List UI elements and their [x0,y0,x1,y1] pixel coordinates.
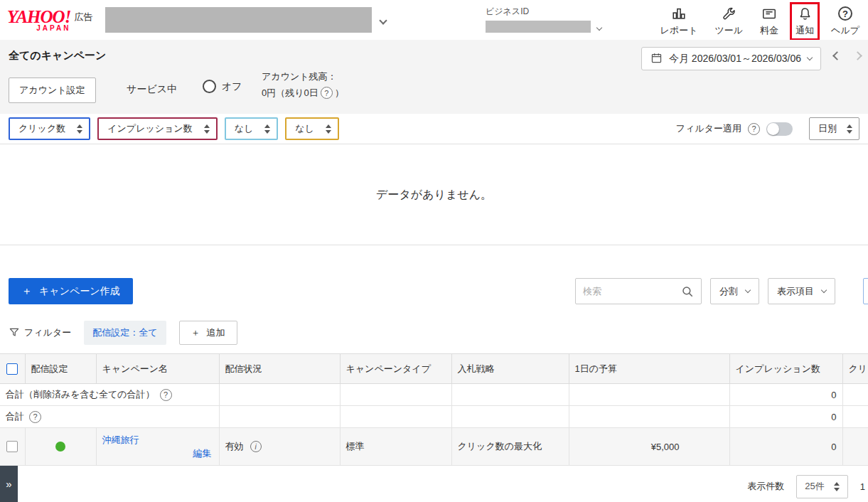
balance-label: アカウント残高： [262,70,337,83]
add-filter-button[interactable]: ＋ 追加 [179,321,237,345]
business-id-block: ビジネスID [486,6,601,33]
col-impressions[interactable]: インプレッション数 [729,354,842,384]
off-radio-label: オフ [222,80,242,93]
off-radio[interactable] [203,80,216,93]
filter-bar: フィルター 配信設定：全て ＋ 追加 [9,321,237,344]
spinner-icon [326,124,331,134]
total-all-row: 合計（削除済みを含む全ての合計） ? 0 [0,384,868,406]
balance-close-paren: ） [335,87,344,100]
filter-label: フィルター [24,326,71,339]
filter-apply-toggle[interactable] [766,122,793,136]
yahoo-ads-app: YAHOO! JAPAN 広告 ビジネスID レポート [0,0,868,502]
chart-area: データがありません。 [0,145,868,245]
account-dropdown-chevron[interactable] [380,15,386,26]
plus-icon: ＋ [21,284,32,298]
nav-tools[interactable]: ツール [709,2,749,41]
select-all-checkbox[interactable] [6,363,18,375]
account-settings-button[interactable]: アカウント設定 [9,78,96,103]
plus-icon: ＋ [191,326,200,339]
business-id-label: ビジネスID [486,6,601,18]
rows-per-page-select[interactable]: 25件 [796,475,847,498]
funnel-icon [9,326,20,340]
business-id-dropdown-chevron[interactable] [597,21,601,32]
date-nav [834,53,861,59]
nav-report-label: レポート [660,24,698,37]
page-title: 全てのキャンペーン [9,49,106,63]
campaign-type: 標準 [340,428,451,466]
metric-select-4[interactable]: なし [285,117,339,140]
campaign-bid-strategy: クリック数の最大化 [451,428,569,466]
nav-report[interactable]: レポート [655,2,704,41]
col-campaign-name[interactable]: キャンペーン名 [96,354,219,384]
campaign-row: 沖縄旅行 編集 有効 i 標準 クリック数の最大化 ¥5,000 0 [0,428,868,466]
campaign-table: 配信設定 キャンペーン名 配信状況 キャンペーンタイプ 入札戦略 1日の予算 イ… [0,353,868,466]
bell-icon [797,6,813,21]
total-impressions: 0 [729,406,842,428]
row-checkbox[interactable] [6,441,18,452]
current-page-number: 1 [860,481,865,492]
chevron-down-icon [745,287,751,292]
search-input[interactable] [576,279,674,304]
spinner-icon [77,124,82,134]
nav-fees[interactable]: 料金 [754,2,784,41]
filter-apply-label: フィルター適用 [676,122,741,135]
next-period-icon[interactable] [853,51,862,60]
col-delivery-status[interactable]: 配信状況 [219,354,340,384]
filter-button[interactable]: フィルター [9,326,71,340]
col-bid-strategy[interactable]: 入札戦略 [451,354,569,384]
total-label-cell: 合計 ? [0,406,219,428]
billing-icon [761,6,777,21]
service-off-radio-group: オフ [203,80,242,93]
logo-japan: JAPAN [7,25,70,32]
business-id-redacted [486,21,591,33]
col-clicks[interactable]: クリック数 [842,354,868,384]
metric-select-3[interactable]: なし [225,117,279,140]
date-range-text: 今月 2026/03/01～2026/03/06 [669,53,801,65]
col-daily-budget[interactable]: 1日の予算 [569,354,729,384]
service-status-label: サービス中 [127,83,177,96]
search-box [575,278,702,304]
rows-per-page-value: 25件 [805,480,824,493]
total-all-impressions: 0 [729,384,842,406]
campaign-name-link[interactable]: 沖縄旅行 [102,434,139,447]
account-name-redacted[interactable] [105,7,372,33]
col-campaign-type[interactable]: キャンペーンタイプ [340,354,451,384]
nav-help[interactable]: ? ヘルプ [825,2,865,41]
metric-3-value: なし [235,122,254,135]
total-help-icon[interactable]: ? [29,411,41,423]
delivery-setting-chip[interactable]: 配信設定：全て [84,321,166,345]
col-delivery-setting[interactable]: 配信設定 [25,354,96,384]
filter-apply-help-icon[interactable]: ? [748,123,760,135]
total-all-help-icon[interactable]: ? [160,389,172,401]
chart-metric-controls: クリック数 インプレッション数 なし なし フィルター適用 ? 日別 [0,114,868,144]
campaign-daily-budget: ¥5,000 [569,428,729,466]
date-range-picker[interactable]: 今月 2026/03/01～2026/03/06 [641,47,821,70]
add-filter-label: 追加 [207,326,225,339]
total-all-label: 合計（削除済みを含む全ての合計） [6,388,155,401]
balance-value: 0円（残り0日 [262,87,318,100]
total-row: 合計 ? 0 [0,406,868,428]
period-value: 日別 [818,122,837,135]
metric-2-value: インプレッション数 [107,122,192,135]
nav-notifications[interactable]: 通知 [790,2,820,41]
campaign-edit-link[interactable]: 編集 [193,447,212,460]
metric-select-2[interactable]: インプレッション数 [97,117,217,140]
balance-help-icon[interactable]: ? [321,87,333,99]
top-header: YAHOO! JAPAN 広告 ビジネスID レポート [0,0,868,40]
period-select[interactable]: 日別 [809,117,859,140]
split-label: 分割 [719,285,738,298]
prev-period-icon[interactable] [832,51,842,60]
spinner-icon [264,124,270,134]
sidebar-expand-tab[interactable]: » [0,466,18,502]
yahoo-japan-ads-logo[interactable]: YAHOO! JAPAN 広告 [7,9,92,32]
status-info-icon[interactable]: i [250,441,262,452]
campaign-table-wrap: 配信設定 キャンペーン名 配信状況 キャンペーンタイプ 入札戦略 1日の予算 イ… [0,353,868,466]
split-button[interactable]: 分割 [710,278,759,304]
display-items-button[interactable]: 表示項目 [768,278,835,304]
campaign-toolbar: ＋ キャンペーン作成 分割 表示項目 [0,278,868,305]
metric-select-1[interactable]: クリック数 [9,117,90,140]
search-icon[interactable] [674,279,701,304]
clipped-edge-button[interactable] [863,278,868,304]
delivery-status-dot[interactable] [55,442,65,452]
create-campaign-button[interactable]: ＋ キャンペーン作成 [9,278,133,304]
